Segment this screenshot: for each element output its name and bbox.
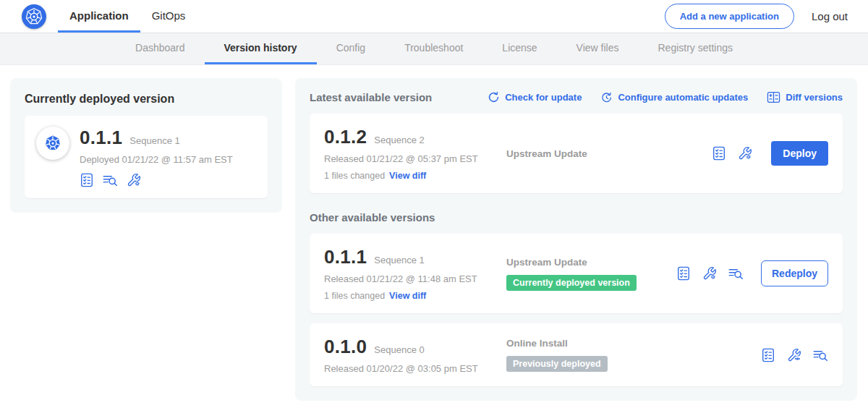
release-notes-icon[interactable] [712,146,726,161]
deploy-logs-icon[interactable] [103,174,118,187]
release-notes-icon[interactable] [761,348,775,362]
version-number: 0.1.1 [324,246,367,268]
previously-deployed-badge: Previously deployed [506,356,608,372]
view-diff-link[interactable]: View diff [389,291,426,301]
sequence-label: Sequence 0 [374,344,424,355]
deploy-logs-icon[interactable] [728,267,744,280]
kots-admin-console: Application GitOps Add a new application… [0,0,868,408]
app-subnav: Dashboard Version history Config Trouble… [0,33,868,65]
subtab-registry-settings[interactable]: Registry settings [639,33,752,64]
subtab-version-history[interactable]: Version history [205,33,317,64]
redeploy-button[interactable]: Redeploy [761,260,828,286]
configure-automatic-updates-link[interactable]: Configure automatic updates [600,91,748,103]
current-version-number: 0.1.1 [80,127,122,149]
sequence-label: Sequence 2 [374,135,424,145]
refresh-icon [488,91,500,103]
currently-deployed-badge: Currently deployed version [506,275,637,291]
files-changed-label: 1 files changed [324,291,385,301]
top-tabs: Application GitOps [58,0,197,33]
version-status: Upstream Update Currently deployed versi… [506,257,676,291]
version-number: 0.1.2 [324,126,367,148]
available-versions-panel: Latest available version Check for updat… [295,78,857,401]
version-source-label: Upstream Update [506,257,676,268]
version-row-0-1-2: 0.1.2 Sequence 2 Released 01/21/22 @ 05:… [310,114,843,193]
deploy-logs-icon[interactable] [813,349,828,362]
diff-versions-icon [767,91,780,103]
released-timestamp: Released 01/20/22 @ 03:05 pm EST [324,363,506,374]
version-status: Upstream Update [506,148,712,159]
version-row-0-1-0: 0.1.0 Sequence 0 Released 01/20/22 @ 03:… [310,323,843,386]
view-diff-link[interactable]: View diff [389,171,426,181]
version-info: 0.1.0 Sequence 0 Released 01/20/22 @ 03:… [324,336,506,374]
edit-config-icon[interactable] [127,173,141,187]
subtab-view-files[interactable]: View files [557,33,639,64]
app-kubernetes-icon [36,127,69,160]
tab-application[interactable]: Application [58,0,140,33]
main-content: Currently deployed version 0.1.1 [0,65,868,401]
diff-versions-link[interactable]: Diff versions [767,91,843,103]
kubernetes-logo-icon [22,4,46,29]
topbar-spacer [197,0,664,33]
version-info: 0.1.2 Sequence 2 Released 01/21/22 @ 05:… [324,126,506,181]
current-deployed-timestamp: Deployed 01/21/22 @ 11:57 am EST [80,154,233,165]
subtab-troubleshoot[interactable]: Troubleshoot [385,33,482,64]
currently-deployed-card: 0.1.1 Sequence 1 Deployed 01/21/22 @ 11:… [25,116,268,198]
view-config-icon[interactable] [787,348,801,362]
files-changed-label: 1 files changed [324,171,385,181]
released-timestamp: Released 01/21/22 @ 11:48 am EST [324,273,506,284]
currently-deployed-panel: Currently deployed version 0.1.1 [10,78,282,213]
auto-update-clock-icon [600,91,613,103]
subtab-config[interactable]: Config [317,33,385,64]
edit-config-icon[interactable] [702,266,717,281]
check-for-update-link[interactable]: Check for update [488,91,582,103]
version-source-label: Upstream Update [506,148,712,159]
version-info: 0.1.1 Sequence 1 Released 01/21/22 @ 11:… [324,246,506,301]
sequence-label: Sequence 1 [374,255,424,265]
subtab-dashboard[interactable]: Dashboard [116,33,205,64]
logout-button[interactable]: Log out [812,10,848,22]
other-versions-title: Other available versions [310,211,843,224]
version-number: 0.1.0 [324,336,367,358]
add-application-button[interactable]: Add a new application [665,4,794,29]
version-actions: Check for update Configure automatic upd… [488,91,843,103]
version-row-0-1-1: 0.1.1 Sequence 1 Released 01/21/22 @ 11:… [310,234,843,313]
current-sequence-label: Sequence 1 [129,135,179,146]
release-notes-icon[interactable] [676,266,691,281]
latest-available-title: Latest available version [310,91,432,103]
version-status: Online Install Previously deployed [506,338,761,372]
deploy-button[interactable]: Deploy [771,141,828,166]
release-notes-icon[interactable] [80,173,94,187]
edit-config-icon[interactable] [738,146,752,161]
released-timestamp: Released 01/21/22 @ 05:37 pm EST [324,153,506,164]
top-bar: Application GitOps Add a new application… [0,0,868,33]
tab-gitops[interactable]: GitOps [140,0,197,33]
current-version-info: 0.1.1 Sequence 1 Deployed 01/21/22 @ 11:… [80,127,233,187]
version-source-label: Online Install [506,338,761,349]
currently-deployed-title: Currently deployed version [25,93,268,106]
subtab-license[interactable]: License [482,33,556,64]
